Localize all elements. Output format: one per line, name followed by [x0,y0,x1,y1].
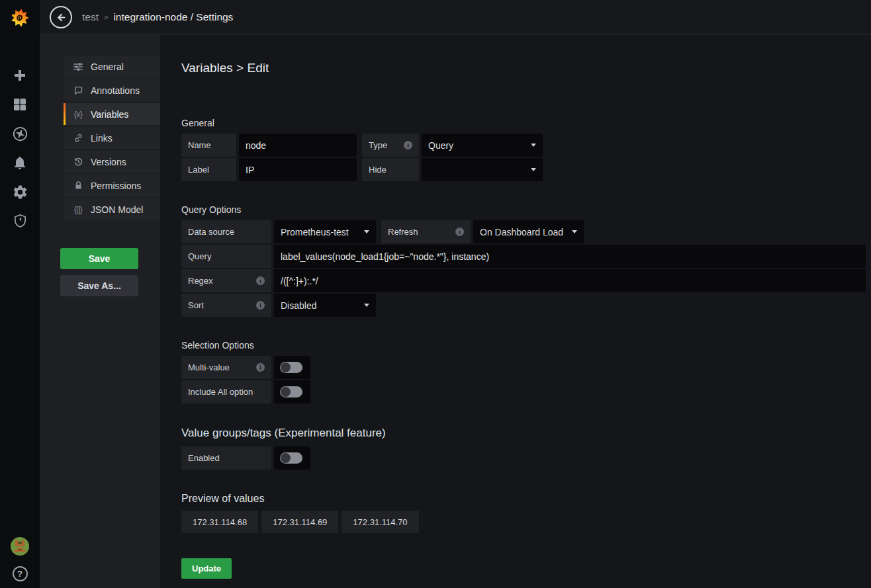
settings-nav-item-json-model[interactable]: {[]} JSON Model [64,198,160,220]
breadcrumb: test > integration-node / Settings [82,11,233,23]
grafana-logo-icon [10,8,30,28]
general-heading: General [181,118,866,128]
sort-info-icon[interactable] [256,301,265,310]
chevron-down-icon [364,230,369,233]
include-all-toggle[interactable] [280,386,302,398]
arrow-left-icon [56,12,67,23]
variables-braces-icon: {x} [71,110,85,119]
type-select[interactable]: Query [422,134,543,157]
sliders-icon [71,62,85,72]
label-label: Label [181,158,236,181]
settings-nav-item-links[interactable]: Links [64,127,160,149]
top-navbar: test > integration-node / Settings [40,0,871,35]
preview-value-chip: 172.31.114.68 [181,511,258,533]
query-options-heading: Query Options [181,204,866,215]
dashboards-icon[interactable] [11,96,29,113]
explore-compass-icon[interactable] [11,125,29,142]
selection-options-section: Selection Options Multi-value Include Al… [181,340,866,403]
create-plus-icon[interactable] [11,67,29,84]
save-dashboard-button[interactable]: Save [60,248,138,269]
link-icon [71,133,85,143]
enabled-toggle[interactable] [280,452,302,464]
multi-value-toggle-cell [274,356,310,379]
settings-nav-item-variables[interactable]: {x} Variables [64,103,160,125]
help-icon[interactable]: ? [13,566,28,581]
chevron-down-icon [572,230,577,233]
settings-nav-item-versions[interactable]: Versions [64,151,160,173]
preview-value-chip: 172.31.114.69 [261,511,338,533]
side-menu-bottom: ? [10,536,30,581]
variable-editor: Variables > Edit General Name [160,35,871,588]
type-info-icon[interactable] [404,141,412,149]
settings-page: General Annotations {x} Variables [40,35,871,588]
comment-icon [71,85,85,95]
include-all-toggle-cell [274,380,310,403]
breadcrumb-dashboard-link[interactable]: test [82,11,99,23]
settings-nav-label: General [91,62,124,72]
preview-values: 172.31.114.68 172.31.114.69 172.31.114.7… [181,511,866,533]
preview-value-chip: 172.31.114.70 [342,511,418,533]
refresh-select[interactable]: On Dashboard Load [473,220,584,243]
chevron-down-icon [531,144,536,147]
configuration-gear-icon[interactable] [11,183,29,200]
chevron-down-icon [364,304,369,307]
sort-label: Sort [181,294,271,317]
regex-label: Regex [181,269,271,292]
name-label: Name [181,134,236,157]
data-source-select[interactable]: Prometheus-test [274,220,376,243]
hide-select[interactable] [422,158,543,181]
regex-input[interactable] [274,269,866,292]
multi-value-toggle[interactable] [280,362,302,373]
settings-nav-label: Annotations [91,85,140,96]
include-all-label: Include All option [181,380,271,403]
general-section: General Name Type [181,118,866,181]
value-groups-heading: Value groups/tags (Experimental feature) [181,427,866,440]
json-braces-icon: {[]} [71,205,85,214]
settings-nav-label: Versions [91,157,126,167]
query-options-section: Query Options Data source Prometheus-tes… [181,204,866,317]
query-input[interactable] [274,245,866,268]
enabled-toggle-cell [274,446,310,470]
server-admin-shield-icon[interactable] [11,212,29,230]
settings-nav-label: Variables [91,109,128,120]
history-icon [71,157,85,167]
preview-section: Preview of values 172.31.114.68 172.31.1… [181,493,866,533]
alerting-bell-icon[interactable] [11,154,29,171]
settings-nav: General Annotations {x} Variables [40,35,160,588]
settings-nav-label: Links [91,133,113,144]
user-avatar[interactable] [10,536,30,556]
selection-options-heading: Selection Options [181,340,866,351]
grafana-logo[interactable] [0,0,40,35]
type-label: Type [362,134,419,157]
page-title: Variables > Edit [181,61,866,75]
back-button[interactable] [50,6,72,28]
settings-nav-item-general[interactable]: General [64,56,160,77]
app-root: ? test > integration-node / Settings [0,0,871,588]
breadcrumb-page-title: integration-node / Settings [113,11,233,23]
settings-nav-item-annotations[interactable]: Annotations [64,79,160,101]
lock-icon [71,181,85,190]
avatar-image [10,536,30,556]
chevron-down-icon [531,168,536,171]
side-menu: ? [0,0,40,588]
multi-value-label: Multi-value [181,356,271,379]
right-column: test > integration-node / Settings Gener… [40,0,871,588]
regex-info-icon[interactable] [256,276,265,285]
save-as-button[interactable]: Save As... [60,275,138,296]
label-input[interactable] [239,158,357,181]
side-menu-icons [11,67,29,241]
settings-nav-actions: Save Save As... [60,248,138,296]
enabled-label: Enabled [181,446,271,470]
refresh-label: Refresh [381,220,471,243]
update-button[interactable]: Update [181,558,232,579]
name-input[interactable] [239,134,357,157]
settings-nav-item-permissions[interactable]: Permissions [64,175,160,196]
settings-nav-label: Permissions [91,181,141,191]
data-source-label: Data source [181,220,271,243]
refresh-info-icon[interactable] [455,228,464,236]
multi-value-info-icon[interactable] [256,363,265,372]
sort-select[interactable]: Disabled [274,294,376,317]
preview-heading: Preview of values [181,493,866,505]
breadcrumb-separator: > [104,13,108,21]
hide-label: Hide [362,158,419,181]
